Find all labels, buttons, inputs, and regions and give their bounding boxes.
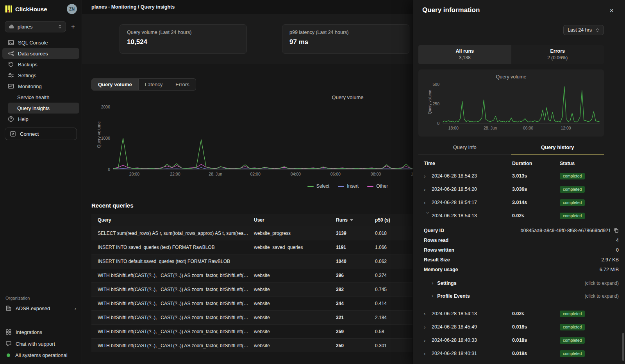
chart-y-axis-label: Query volume xyxy=(428,85,432,120)
system-status-link[interactable]: All systems operational xyxy=(0,350,82,361)
sidebar-item-monitoring[interactable]: Monitoring xyxy=(2,81,79,92)
legend-item-insert[interactable]: Insert xyxy=(338,183,359,189)
tab-errors[interactable]: Errors xyxy=(169,79,195,90)
history-row-expanded[interactable]: › 2024-06-28 18:54:13 0.02s completed xyxy=(413,209,625,222)
table-row[interactable]: WITH bitShiftLeft(CAST(?..), _CAST(?..))… xyxy=(91,296,435,310)
sidebar-item-backups[interactable]: Backups xyxy=(2,59,79,70)
connect-button[interactable]: Connect xyxy=(5,128,77,140)
query-id-value: b0845aa9-a8c9-49f0-8f68-e678669bd921 xyxy=(521,228,611,233)
tab-query-volume[interactable]: Query volume xyxy=(92,79,139,90)
legend-item-select[interactable]: Select xyxy=(307,183,329,189)
legend-item-other[interactable]: Other xyxy=(367,183,388,189)
stat-card-p99-latency: p99 latency (Last 24 hours) 97 ms xyxy=(282,24,409,54)
table-row[interactable]: WITH bitShiftLeft(CAST(?..), _CAST(?..))… xyxy=(91,338,435,352)
all-runs-tab[interactable]: All runs 3,138 xyxy=(418,45,511,64)
tab-value: 2 (0.06%) xyxy=(511,55,604,60)
tab-query-info[interactable]: Query info xyxy=(418,141,511,154)
sidebar-item-label: Monitoring xyxy=(18,83,42,89)
user-cell: website xyxy=(254,329,336,334)
table-header-row: Query User Runs p50 (s) xyxy=(91,214,435,226)
history-row[interactable]: › 2024-06-28 18:54:17 3.014s completed xyxy=(413,196,625,209)
svg-text:06:00: 06:00 xyxy=(330,172,341,176)
query-cell: INSERT INTO saved_queries (text) FORMAT … xyxy=(91,245,254,250)
sidebar-item-label: Service health xyxy=(17,94,49,100)
sidebar-item-label: Settings xyxy=(18,73,36,78)
vertical-scrollbar[interactable] xyxy=(622,333,624,361)
sidebar-item-label: Integrations xyxy=(16,329,42,335)
organization-switcher[interactable]: ADSB.exposed › xyxy=(0,302,82,314)
history-row[interactable]: › 2024-06-28 18:40:33 0.018s completed xyxy=(413,334,625,347)
organization-name: ADSB.exposed xyxy=(16,305,50,311)
clickhouse-logo-icon[interactable] xyxy=(5,5,12,12)
settings-expander[interactable]: › Settings (click to expand) xyxy=(413,277,625,289)
table-row[interactable]: WITH bitShiftLeft(CAST(?..), _CAST(?..))… xyxy=(91,268,435,282)
table-row[interactable]: WITH bitShiftLeft(CAST(?..), _CAST(?..))… xyxy=(91,282,435,296)
column-header-runs[interactable]: Runs xyxy=(336,217,375,223)
legend-swatch xyxy=(338,186,344,187)
add-service-button[interactable]: + xyxy=(69,23,77,31)
service-selector[interactable]: planes xyxy=(5,21,66,32)
sidebar-item-help[interactable]: Help xyxy=(2,114,79,124)
status-badge: completed xyxy=(560,213,585,219)
tab-label: Errors xyxy=(511,48,604,54)
column-header-query[interactable]: Query xyxy=(91,217,254,223)
detail-label: Memory usage xyxy=(424,267,458,272)
errors-tab[interactable]: Errors 2 (0.06%) xyxy=(511,45,604,64)
user-cell: website_progress xyxy=(254,231,336,236)
user-cell: website xyxy=(254,301,336,306)
run-time: 2024-06-28 18:40:33 xyxy=(432,337,512,343)
tab-value: 3,138 xyxy=(418,55,511,60)
table-row[interactable]: INSERT INTO default.saved_queries (text)… xyxy=(91,254,435,268)
sidebar-item-settings[interactable]: Settings xyxy=(2,70,79,81)
detail-value: 0 xyxy=(616,247,619,253)
sidebar-item-chat-support[interactable]: Chat with support xyxy=(0,338,82,350)
status-badge: completed xyxy=(560,337,585,344)
legend-label: Select xyxy=(316,183,329,189)
brand-title[interactable]: ClickHouse xyxy=(15,6,63,12)
tab-query-history[interactable]: Query history xyxy=(511,141,604,154)
column-header-user[interactable]: User xyxy=(254,217,336,223)
sidebar-item-query-insights[interactable]: Query insights xyxy=(8,103,79,114)
query-cell: WITH bitShiftLeft(CAST(?..), _CAST(?..))… xyxy=(91,329,254,334)
monitor-chart-icon xyxy=(8,83,14,89)
status-badge: completed xyxy=(560,199,585,206)
svg-text:0: 0 xyxy=(108,167,110,172)
history-row[interactable]: › 2024-06-28 18:54:23 3.013s completed xyxy=(413,169,625,183)
sidebar-item-service-health[interactable]: Service health xyxy=(8,92,79,103)
runs-cell: 1040 xyxy=(336,259,375,264)
query-cell: WITH bitShiftLeft(CAST(?..), _CAST(?..))… xyxy=(91,287,254,292)
chevron-right-icon: › xyxy=(424,173,432,179)
history-row[interactable]: › 2024-06-28 18:45:49 0.018s completed xyxy=(413,320,625,334)
runs-cell: 259 xyxy=(336,329,375,334)
tab-latency[interactable]: Latency xyxy=(139,79,170,90)
history-row[interactable]: › 2024-06-28 18:54:13 0.02s completed xyxy=(413,307,625,320)
chat-icon xyxy=(5,341,12,347)
run-time: 2024-06-28 18:54:17 xyxy=(432,200,512,205)
profile-events-expander[interactable]: › Profile Events (click to expand) xyxy=(413,289,625,302)
time-range-select[interactable]: Last 24 hrs xyxy=(563,25,604,35)
chevron-right-icon: › xyxy=(424,351,432,357)
run-time: 2024-06-28 18:54:13 xyxy=(432,213,512,218)
history-row[interactable]: › 2024-06-28 18:54:20 3.036s completed xyxy=(413,183,625,196)
table-row[interactable]: WITH bitShiftLeft(CAST(?..), _CAST(?..))… xyxy=(91,310,435,324)
table-row[interactable]: SELECT sum(read_rows) AS r, sum(total_ro… xyxy=(91,226,435,240)
logo-row: ClickHouse ZN xyxy=(0,0,82,16)
legend-label: Insert xyxy=(347,183,359,189)
drawer-title: Query information xyxy=(422,6,480,14)
close-icon[interactable]: × xyxy=(607,6,616,15)
history-row[interactable]: › 2024-06-28 18:40:31 0.018s completed xyxy=(413,347,625,360)
copy-icon[interactable] xyxy=(614,228,619,233)
table-row[interactable]: INSERT INTO saved_queries (text) FORMAT … xyxy=(91,240,435,254)
table-row[interactable]: WITH bitShiftLeft(CAST(?..), _CAST(?..))… xyxy=(91,324,435,338)
svg-text:2000: 2000 xyxy=(101,105,111,109)
chevron-right-icon: › xyxy=(424,324,432,330)
query-cell: WITH bitShiftLeft(CAST(?..), _CAST(?..))… xyxy=(91,315,254,320)
avatar[interactable]: ZN xyxy=(67,4,77,14)
sidebar-item-data-sources[interactable]: Data sources xyxy=(2,48,79,59)
sidebar-item-integrations[interactable]: Integrations xyxy=(0,326,82,338)
run-time: 2024-06-28 18:54:23 xyxy=(432,173,512,179)
runs-cell: 250 xyxy=(336,343,375,348)
stat-card-query-volume: Query volume (Last 24 hours) 10,524 xyxy=(120,24,247,54)
sidebar-item-sql-console[interactable]: SQL Console xyxy=(2,37,79,48)
svg-text:1000: 1000 xyxy=(101,136,111,140)
